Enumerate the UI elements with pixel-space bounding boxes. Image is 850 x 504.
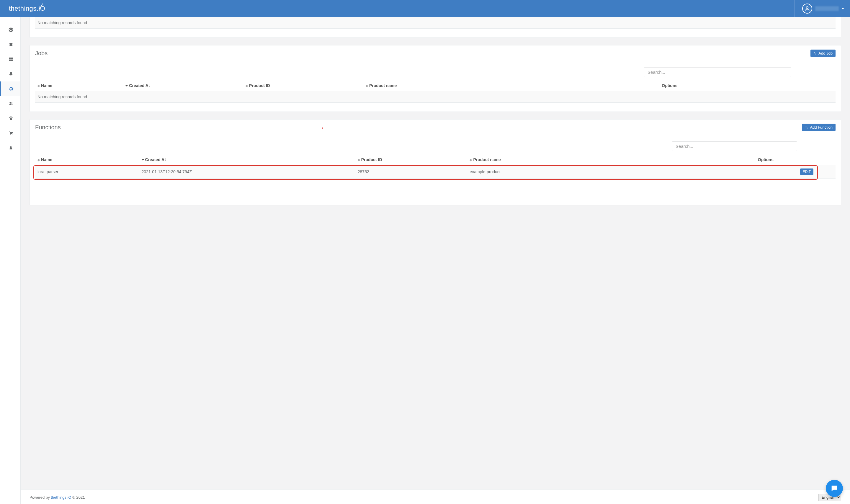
cell-product-id: 28752 bbox=[355, 165, 468, 179]
col-created-at[interactable]: Created At bbox=[123, 80, 243, 91]
functions-search-input[interactable] bbox=[672, 141, 797, 151]
logo[interactable]: thethings .iO bbox=[9, 5, 45, 12]
svg-rect-11 bbox=[9, 57, 11, 59]
add-job-button[interactable]: Add Job bbox=[811, 50, 835, 57]
chevron-down-icon bbox=[842, 8, 844, 10]
svg-rect-12 bbox=[11, 57, 13, 59]
sidebar-item-alerts[interactable] bbox=[0, 67, 20, 82]
empty-message: No matching records found bbox=[35, 91, 659, 103]
col-options: Options bbox=[659, 80, 835, 91]
cell-created-at: 2021-01-13T12:20:54.794Z bbox=[139, 165, 355, 179]
col-name[interactable]: Name bbox=[35, 154, 139, 165]
gears-icon bbox=[813, 52, 817, 55]
sidebar-item-users[interactable] bbox=[0, 96, 20, 111]
table-row: lora_parser 2021-01-13T12:20:54.794Z 287… bbox=[35, 165, 835, 179]
sidebar-item-dashboard[interactable] bbox=[0, 22, 20, 37]
chat-bubble-button[interactable] bbox=[826, 480, 843, 497]
cell-options: EDIT bbox=[756, 165, 835, 179]
svg-point-19 bbox=[11, 116, 12, 118]
flask-icon bbox=[9, 145, 13, 150]
col-product-id[interactable]: Product ID bbox=[355, 154, 468, 165]
svg-rect-2 bbox=[10, 43, 12, 46]
sidebar-item-things[interactable] bbox=[0, 37, 20, 52]
functions-panel: Functions Add Function Name Created At bbox=[30, 119, 841, 205]
user-menu[interactable] bbox=[795, 0, 844, 17]
svg-point-15 bbox=[10, 102, 11, 104]
jobs-title: Jobs bbox=[35, 50, 48, 57]
footer-link[interactable]: thethings.iO bbox=[51, 495, 71, 500]
svg-point-20 bbox=[12, 117, 13, 118]
top-header: thethings .iO bbox=[0, 0, 850, 17]
svg-point-17 bbox=[9, 117, 10, 118]
gears-icon bbox=[8, 86, 14, 91]
svg-point-22 bbox=[12, 134, 13, 135]
grid-icon bbox=[8, 57, 13, 62]
sidebar-item-apps[interactable] bbox=[0, 52, 20, 67]
jobs-search-input[interactable] bbox=[644, 67, 791, 77]
users-icon bbox=[8, 101, 14, 106]
col-product-name[interactable]: Product name bbox=[467, 154, 755, 165]
user-icon bbox=[804, 6, 810, 12]
functions-title: Functions bbox=[35, 124, 61, 131]
cell-name: lora_parser bbox=[35, 165, 139, 179]
footer-text: Powered by thethings.iO © 2021 bbox=[30, 495, 85, 500]
col-created-at[interactable]: Created At bbox=[139, 154, 355, 165]
svg-line-0 bbox=[39, 3, 43, 10]
user-name bbox=[815, 6, 839, 11]
svg-point-24 bbox=[815, 53, 816, 54]
cart-icon bbox=[8, 131, 14, 136]
chip-icon bbox=[8, 42, 13, 47]
avatar bbox=[802, 3, 812, 14]
table-empty-row: No matching records found bbox=[35, 17, 835, 29]
cell-product-name: example-product bbox=[467, 165, 755, 179]
bell-icon bbox=[8, 71, 13, 77]
svg-point-26 bbox=[807, 127, 808, 128]
paw-icon bbox=[8, 116, 13, 121]
gears-icon bbox=[805, 126, 808, 129]
svg-point-21 bbox=[10, 134, 11, 135]
svg-point-1 bbox=[806, 6, 808, 8]
logo-slash-icon bbox=[38, 3, 44, 11]
svg-rect-14 bbox=[11, 60, 13, 61]
svg-point-23 bbox=[814, 52, 815, 53]
logo-text: thethings bbox=[9, 5, 37, 12]
dashboard-icon bbox=[8, 27, 14, 33]
sidebar-item-store[interactable] bbox=[0, 126, 20, 141]
table-empty-row: No matching records found bbox=[35, 91, 835, 103]
jobs-table: Name Created At Product ID Product name … bbox=[35, 80, 835, 103]
sidebar-item-labs[interactable] bbox=[0, 141, 20, 155]
col-product-name[interactable]: Product name bbox=[363, 80, 659, 91]
empty-message: No matching records found bbox=[35, 17, 659, 29]
edit-button[interactable]: EDIT bbox=[800, 168, 813, 175]
svg-rect-13 bbox=[9, 60, 11, 61]
col-name[interactable]: Name bbox=[35, 80, 123, 91]
sidebar bbox=[0, 17, 21, 504]
functions-table: Name Created At Product ID Product name … bbox=[35, 154, 835, 179]
footer: Powered by thethings.iO © 2021 English bbox=[21, 489, 850, 504]
triggers-table: No matching records found bbox=[35, 17, 835, 29]
chat-icon bbox=[830, 484, 838, 492]
col-options: Options bbox=[756, 154, 835, 165]
jobs-panel: Jobs Add Job Name Created At Product ID … bbox=[30, 45, 841, 112]
svg-point-25 bbox=[806, 126, 807, 127]
svg-point-16 bbox=[11, 102, 13, 104]
add-function-button[interactable]: Add Function bbox=[802, 124, 835, 131]
sidebar-item-cloud-code[interactable] bbox=[0, 82, 20, 96]
sidebar-item-assets[interactable] bbox=[0, 111, 20, 126]
col-product-id[interactable]: Product ID bbox=[243, 80, 363, 91]
triggers-panel-fragment: No matching records found bbox=[30, 17, 841, 38]
main-content: No matching records found Jobs Add Job bbox=[21, 17, 850, 489]
